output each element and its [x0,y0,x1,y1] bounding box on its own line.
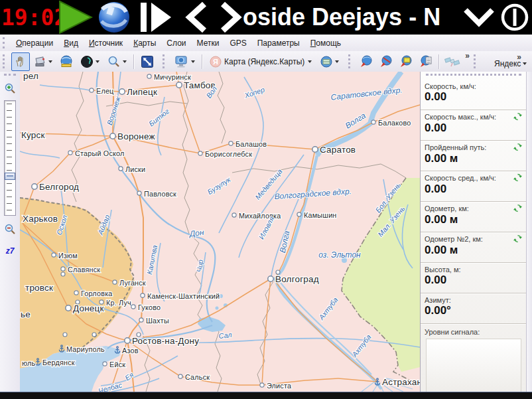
next-track-icon[interactable] [138,1,176,34]
gps-row: Скорость макс., км/ч:0.00 [421,110,527,141]
gps-row: Одометр, км:0.00 м [421,202,527,232]
map-canvas[interactable]: МичуринскТамбовЕлецЛипецкВоронежКурскСта… [20,72,420,392]
reset-icon[interactable] [513,142,523,152]
panel-grip[interactable] [426,74,521,78]
toolbar-grip[interactable] [3,54,7,69]
map-city-label: Ейск [109,360,125,368]
menu-item[interactable]: Метки [192,37,225,50]
map-city-marker [32,184,37,189]
toolbar-grip[interactable] [3,37,7,49]
map-city-label: ье [21,309,31,319]
map-city-label: Борисоглебск [205,150,252,158]
reset-icon[interactable] [513,173,523,183]
zoom-slider-ticks [7,104,12,211]
layers-globe-icon [320,55,333,68]
previous-chevron-icon[interactable] [180,1,212,34]
dropdown-arrow-icon [96,60,100,63]
menu-item[interactable]: Карты [128,37,161,50]
zoom-box-button[interactable] [104,52,130,71]
toolbar-separator [202,54,203,69]
dropdown-arrow-icon [335,60,339,63]
selection-tool-button[interactable] [31,52,56,71]
menu-item[interactable]: Помощь [305,37,346,50]
power-icon[interactable] [498,1,532,34]
monitor-globe-icon [174,55,189,68]
panel-grip[interactable] [4,74,16,78]
menu-item[interactable]: Параметры [252,37,305,50]
zoom-panel: z7 [0,72,21,392]
menu-item[interactable]: Источник [84,37,128,50]
toolbar-grip[interactable] [348,54,352,69]
gps-row-value: 0.00 м [425,213,523,226]
main-area: z7 [0,72,532,392]
toolbar-grip[interactable] [163,54,166,69]
gps-row-value: 0.00 [425,90,523,104]
cache-manager-button[interactable] [417,52,435,71]
gps-row-label: Высота, м: [425,264,461,274]
next-chevron-icon[interactable] [215,1,247,34]
view-mode-button[interactable] [171,52,198,71]
map-city-label: Курск [21,130,45,140]
zoom-out-button[interactable] [3,222,17,236]
selection-ruler-icon [34,56,46,68]
download-tiles-button[interactable] [357,52,375,71]
panel-splitter[interactable] [526,72,532,392]
map-city-marker [232,213,236,217]
map-city-label: Горловка [81,289,113,297]
gps-row-value: 0.00° [425,304,523,317]
gps-row-value: 0.00 [425,121,523,135]
zoom-slider[interactable] [4,100,16,216]
map-city-label: Луганск [119,279,146,287]
map-type-selector[interactable]: Я Карта (Яндекс.Карты) [206,52,315,71]
toolbar-grip[interactable] [474,54,478,69]
map-city-label: Астрахань [382,377,420,387]
toolbar-separator [438,54,440,69]
layers-selector[interactable] [316,52,342,71]
navigator-app-icon[interactable] [96,0,133,35]
map-town-marker [63,333,67,337]
map-type-label: Карта (Яндекс.Карты) [224,57,304,66]
tool-bar: Я Карта (Яндекс.Карты) [0,51,532,72]
yandex-map-icon: Я [210,56,222,68]
reset-icon[interactable] [513,203,523,213]
toolbar-overflow-chevron[interactable]: » [517,52,521,62]
map-city-label: рел [23,72,38,81]
delete-tiles-button[interactable] [377,52,395,71]
search-provider-selector[interactable]: Яндекс [491,54,530,73]
gps-connect-button[interactable] [443,52,462,71]
signal-levels-section: Уровни сигнала: [421,324,527,392]
map-city-label: Воронеж [117,131,155,141]
map-city-marker [371,120,375,124]
dark-planet-icon [80,55,94,68]
signal-levels-label: Уровни сигнала: [425,327,523,336]
toolbar-overflow-chevron[interactable]: » [465,51,470,60]
reset-icon[interactable] [513,112,523,121]
zoom-in-button[interactable] [3,81,17,96]
gps-row-label: Скорость, км/ч: [425,81,476,90]
export-map-button[interactable] [397,52,415,71]
map-city-label: Азов [122,347,139,355]
globe-ruler-icon [60,55,73,68]
play-icon[interactable] [58,1,93,34]
pan-tool-button[interactable] [11,52,30,71]
map-city-label: Элиста [267,382,291,390]
zoom-out-icon [4,223,16,235]
map-city-label: Лиски [125,165,145,173]
menu-item[interactable]: Вид [58,37,84,50]
gps-row: Азимут:0.00° [421,293,527,324]
fullscreen-button[interactable] [138,52,157,71]
zoom-in-icon [4,82,16,94]
map-city-marker [176,82,182,88]
dropdown-arrow-icon [191,60,195,63]
full-map-button[interactable] [77,52,103,71]
menu-item[interactable]: Операции [11,37,58,50]
zoom-slider-handle[interactable] [5,173,15,180]
menu-item[interactable]: Слои [161,37,191,50]
reset-icon[interactable] [513,234,523,244]
menu-item[interactable]: GPS [224,37,251,50]
map-city-label: Бердянск [42,359,75,366]
map-city-marker [74,291,78,295]
measure-tool-button[interactable] [57,52,76,71]
map-city-marker [198,151,202,155]
chevron-down-icon[interactable] [462,1,496,34]
